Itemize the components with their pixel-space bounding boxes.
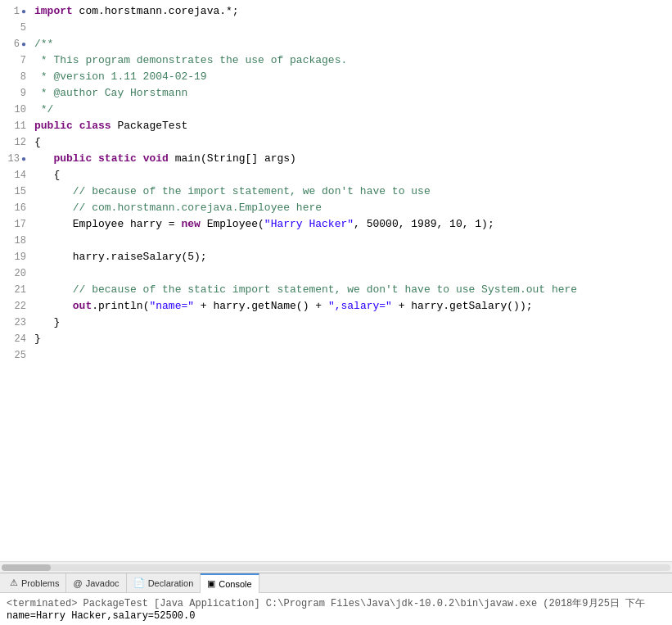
code-content[interactable]: import com.horstmann.corejava.*; /** * T… — [31, 3, 672, 561]
tab-console[interactable]: ▣Console — [201, 573, 259, 593]
code-line-24: } — [34, 331, 672, 347]
console-result-line: name=Harry Hacker,salary=52500.0 — [7, 610, 665, 622]
line-number-18: 18 — [0, 233, 26, 249]
tab-bar: ⚠Problems@Javadoc📄Declaration▣Console — [0, 573, 672, 593]
line-number-12: 12 — [0, 134, 26, 151]
line-number-5: 5 — [0, 20, 26, 36]
line-number-24: 24 — [0, 331, 26, 347]
line-number-14: 14 — [0, 167, 26, 183]
console-icon: ▣ — [207, 578, 215, 589]
declaration-label: Declaration — [148, 578, 194, 588]
code-line-19: harry.raiseSalary(5); — [34, 249, 672, 265]
line-number-9: 9 — [0, 85, 26, 102]
code-line-7: * This program demonstrates the use of p… — [34, 52, 672, 69]
bottom-panel: ⚠Problems@Javadoc📄Declaration▣Console <t… — [0, 573, 672, 625]
javadoc-label: Javadoc — [86, 578, 120, 588]
code-line-5 — [34, 20, 672, 36]
code-line-14: { — [34, 167, 672, 183]
line-number-11: 11 — [0, 118, 26, 134]
code-line-21: // because of the static import statemen… — [34, 282, 672, 298]
code-line-15: // because of the import statement, we d… — [34, 183, 672, 200]
line-number-15: 15 — [0, 183, 26, 200]
code-line-22: out.println("name=" + harry.getName() + … — [34, 298, 672, 315]
code-container: 15678910111213141516171819202122232425 i… — [0, 0, 672, 561]
tab-declaration[interactable]: 📄Declaration — [127, 573, 201, 593]
code-line-25 — [34, 347, 672, 364]
code-line-8: * @version 1.11 2004-02-19 — [34, 69, 672, 85]
line-number-7: 7 — [0, 52, 26, 69]
line-number-23: 23 — [0, 315, 26, 331]
line-numbers: 15678910111213141516171819202122232425 — [0, 3, 31, 561]
line-number-13: 13 — [0, 151, 26, 167]
code-line-16: // com.horstmann.corejava.Employee here — [34, 200, 672, 216]
line-number-1: 1 — [0, 3, 26, 20]
declaration-icon: 📄 — [133, 577, 145, 588]
code-line-17: Employee harry = new Employee("Harry Hac… — [34, 216, 672, 233]
problems-icon: ⚠ — [10, 577, 18, 588]
code-line-13: public static void main(String[] args) — [34, 151, 672, 167]
line-number-19: 19 — [0, 249, 26, 265]
code-line-10: */ — [34, 102, 672, 118]
code-line-11: public class PackageTest — [34, 118, 672, 134]
line-number-6: 6 — [0, 36, 26, 52]
tab-problems[interactable]: ⚠Problems — [3, 573, 66, 593]
line-number-22: 22 — [0, 298, 26, 315]
tab-javadoc[interactable]: @Javadoc — [66, 573, 126, 593]
line-number-16: 16 — [0, 200, 26, 216]
code-line-12: { — [34, 134, 672, 151]
code-line-1: import com.horstmann.corejava.*; — [34, 3, 672, 20]
code-line-20 — [34, 265, 672, 282]
line-number-8: 8 — [0, 69, 26, 85]
scrollbar-track — [2, 564, 670, 571]
code-line-23: } — [34, 315, 672, 331]
problems-label: Problems — [21, 578, 59, 588]
console-terminated-line: <terminated> PackageTest [Java Applicati… — [7, 596, 665, 610]
line-number-21: 21 — [0, 282, 26, 298]
console-output: <terminated> PackageTest [Java Applicati… — [0, 593, 672, 625]
editor-area: 15678910111213141516171819202122232425 i… — [0, 0, 672, 573]
editor-scrollbar[interactable] — [0, 561, 672, 573]
line-number-17: 17 — [0, 216, 26, 233]
scrollbar-thumb[interactable] — [2, 564, 51, 571]
line-number-10: 10 — [0, 102, 26, 118]
code-line-18 — [34, 233, 672, 249]
line-number-20: 20 — [0, 265, 26, 282]
code-line-9: * @author Cay Horstmann — [34, 85, 672, 102]
line-number-25: 25 — [0, 347, 26, 364]
javadoc-icon: @ — [73, 578, 82, 588]
console-label: Console — [219, 579, 251, 589]
code-line-6: /** — [34, 36, 672, 52]
